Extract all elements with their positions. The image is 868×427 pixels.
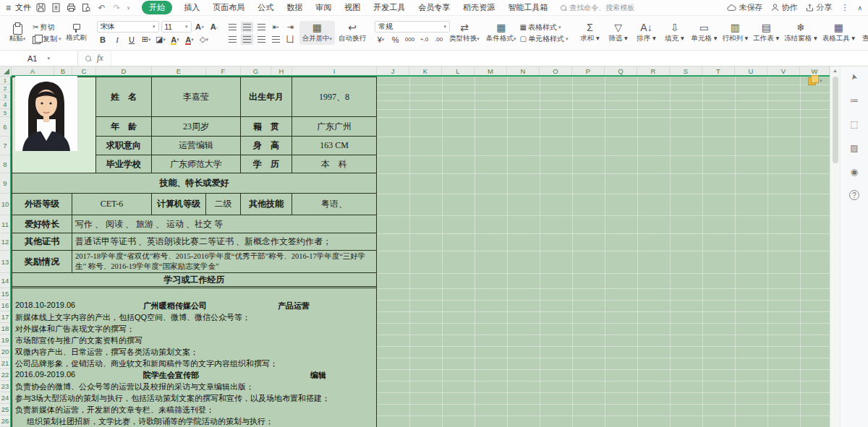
tab-页面布局[interactable]: 页面布局 [211,1,246,14]
freeze-panes-button[interactable]: ❄冻结窗格 ▾ [783,22,818,43]
tab-开始[interactable]: 开始 [142,1,172,14]
undo-icon[interactable]: ↶ [96,2,107,13]
experience-body[interactable]: 2018.10-2019.06广州暖稻传媒公司产品运营新媒体线上文字内容的产出，… [12,288,377,427]
thousands-button[interactable]: 000 [404,34,416,45]
file-menu[interactable]: 文件 [15,2,31,13]
skill-value[interactable]: CET-6 [72,194,152,215]
redo-icon[interactable]: ↷ [111,2,122,13]
detail-value[interactable]: 写作 、 阅读 、 旅游 、 运动 、社交 等 [72,215,377,233]
export-icon[interactable] [51,2,61,13]
share-button[interactable]: 分享 [806,2,832,13]
row-header-1[interactable]: 1 [0,77,10,85]
quickbar-dropdown-icon[interactable]: ∨ [127,5,130,11]
sort-button[interactable]: A↓排序 ▾ [634,22,660,43]
add-decimal-button[interactable]: +.0 [418,34,430,45]
align-middle-icon[interactable] [241,22,253,33]
wrap-text-button[interactable]: ↩ 自动换行 [337,22,367,43]
skill-label[interactable]: 外语等级 [12,194,72,215]
scrollbar-thumb[interactable] [833,77,838,163]
skill-value[interactable]: 二级 [206,194,241,215]
merge-center-button[interactable]: ▦ 合并居中▾ [299,21,336,45]
percent-button[interactable]: % [389,34,401,45]
profile-label[interactable]: 学 历 [241,155,292,173]
stamp-icon[interactable]: ◉ [848,166,860,178]
paste-options-float-icon[interactable]: ▾ [808,75,822,86]
print-icon[interactable] [66,2,77,13]
row-header-6[interactable]: 6 [0,117,10,137]
worksheet-button[interactable]: ▤工作表 ▾ [752,22,780,43]
align-right-icon[interactable] [255,34,268,45]
distributed-icon[interactable]: 凵 [284,34,297,45]
detail-value[interactable]: 普通话甲等证书 、英语朗读比赛二等证书 、新概念作文签约作者； [72,233,377,251]
conditional-format-button[interactable]: ▦ 条件格式▾ [485,22,518,43]
row-header-3[interactable]: 3 [0,92,10,100]
row-header-14[interactable]: 14 [0,273,10,288]
tab-插入[interactable]: 插入 [182,1,201,14]
fx-icon[interactable]: fx [97,53,103,64]
row-header-2[interactable]: 2 [0,85,10,92]
profile-value[interactable]: 1997、8 [292,77,377,117]
font-name-select[interactable]: 宋体▾ [97,21,159,33]
cell-style-button[interactable]: ▢ 单元格样式▾ [520,34,569,44]
help-icon[interactable]: ? [849,190,859,200]
profile-value[interactable]: 广东师范大学 [152,155,241,173]
align-top-icon[interactable] [226,22,239,33]
tab-审阅[interactable]: 审阅 [314,1,333,14]
tab-会员专享[interactable]: 会员专享 [417,1,451,14]
table-tools-button[interactable]: ▦表格工具 ▾ [821,22,856,43]
fill-button[interactable]: ⇩填充 ▾ [662,22,688,43]
borders-button[interactable]: ⊞▾ [140,34,153,45]
skill-label[interactable]: 计算机等级 [152,194,206,215]
profile-label[interactable]: 籍 贯 [241,117,292,137]
profile-label[interactable]: 毕业学校 [96,155,152,173]
save-icon[interactable] [35,2,46,13]
formula-input[interactable] [111,51,868,66]
sum-button[interactable]: Σ求和 ▾ [577,22,603,43]
align-bottom-icon[interactable] [255,22,268,33]
task-pane-icon[interactable]: ≔ [848,95,860,106]
row-header-8[interactable]: 8 [0,155,10,173]
profile-photo[interactable] [15,76,77,151]
filter-button[interactable]: ▽筛选 ▾ [605,22,631,43]
clear-format-button[interactable]: ◇▾ [198,34,210,45]
row-header-19[interactable]: 19 [0,335,10,346]
rows-cols-button[interactable]: ▥行和列 ▾ [720,22,749,43]
find-button[interactable]: 查找 ▾ [859,22,868,43]
profile-value[interactable]: 163 CM [292,137,377,155]
remove-decimal-button[interactable]: .00 [433,34,445,45]
align-center-icon[interactable] [241,34,253,45]
number-format-select[interactable]: 常规▾ [375,21,450,33]
detail-value[interactable]: 2017-18学年度“省双优”称号、2015-2016学年度“优秀干部”称号、2… [72,251,377,273]
cells-button[interactable]: ▭单元格 ▾ [690,22,719,43]
decrease-indent-icon[interactable]: ⇤ [270,22,282,33]
decrease-font-icon[interactable]: A- [208,22,221,33]
profile-value[interactable]: 23周岁 [152,117,241,137]
font-size-select[interactable]: 11▾ [161,21,192,33]
increase-indent-icon[interactable]: ⇥ [284,22,297,33]
detail-label[interactable]: 奖励情况 [12,251,72,273]
format-painter-button[interactable]: 格式刷 [64,23,90,43]
increase-font-icon[interactable]: A+ [194,22,206,33]
skill-value[interactable]: 粤语、 [292,194,377,215]
unsaved-status[interactable]: 未保存 [727,2,762,13]
row-header-25[interactable]: 25 [0,404,10,415]
profile-label[interactable]: 年 龄 [96,117,152,137]
profile-label[interactable]: 出生年月 [241,77,292,117]
italic-button[interactable]: I [111,34,124,45]
currency-button[interactable]: ¥▾ [375,34,387,45]
scroll-up-icon[interactable]: ▲ [833,68,838,74]
row-header-10[interactable]: 10 [0,194,10,215]
select-all-corner[interactable] [0,66,12,77]
row-header-15[interactable]: 15 [0,288,10,300]
zoom-formula-icon[interactable] [85,56,91,61]
type-convert-button[interactable]: ⇄ 类型转换▾ [451,17,477,48]
row-header-5[interactable]: 5 [0,109,10,117]
profile-label[interactable]: 身 高 [241,137,292,155]
detail-label[interactable]: 其他证书 [12,233,72,251]
row-header-13[interactable]: 13 [0,251,10,273]
row-header-23[interactable]: 23 [0,381,10,392]
row-header-22[interactable]: 22 [0,369,10,381]
profile-value[interactable]: 广东广州 [292,117,377,137]
name-box[interactable]: A1▾ [0,51,78,66]
selection-frame-icon[interactable]: ⬚ [848,118,860,130]
